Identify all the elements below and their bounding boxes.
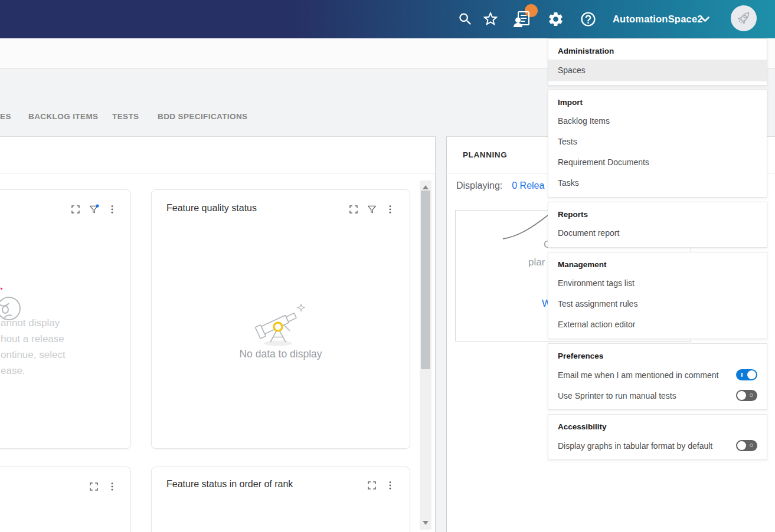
menu-section-accessibility: Accessibility Display graphs in tabular …: [548, 414, 767, 460]
menu-section-administration: Administration Spaces: [548, 38, 767, 86]
pref-row-tabular-graphs: Display graphs in tabular format by defa…: [548, 435, 767, 456]
displaying-row: Displaying: 0 Relea: [456, 180, 544, 191]
expand-icon[interactable]: [70, 204, 81, 215]
planning-text-fragment-mid: plar: [528, 257, 545, 268]
filter-icon[interactable]: [89, 204, 99, 215]
widget-partial-release-message: annot display hout a release ontinue, se…: [0, 189, 131, 449]
menu-section-header: Accessibility: [548, 415, 767, 435]
search-icon[interactable]: [457, 11, 473, 27]
toggle-knob: [737, 391, 746, 400]
menu-item-environment-tags-list[interactable]: Environment tags list: [548, 273, 767, 294]
scrollbar-thumb[interactable]: [421, 191, 430, 369]
toggle-off-mark: [750, 444, 753, 447]
toggle-use-sprinter[interactable]: [736, 390, 757, 401]
menu-section-header: Preferences: [548, 344, 767, 364]
module-tabs: ES BACKLOG ITEMS TESTS BDD SPECIFICATION…: [0, 112, 440, 125]
tab-tests[interactable]: TESTS: [112, 112, 139, 121]
tab-bdd-specifications[interactable]: BDD SPECIFICATIONS: [158, 112, 247, 121]
menu-section-import: Import Backlog Items Tests Requirement D…: [548, 90, 767, 198]
help-icon[interactable]: [580, 11, 597, 28]
toggle-email-mentions[interactable]: [736, 369, 757, 380]
releases-link[interactable]: 0 Relea: [512, 180, 544, 191]
tab-partial[interactable]: ES: [0, 112, 11, 121]
menu-section-header: Import: [548, 90, 767, 111]
curve-illustration: [502, 214, 550, 241]
widget-title: Feature quality status: [166, 203, 257, 214]
workspace-selector[interactable]: AutomationSpace2: [613, 0, 703, 38]
telescope-illustration: [248, 297, 308, 347]
kebab-menu-icon[interactable]: [107, 481, 117, 492]
settings-dropdown-menu: Administration Spaces Import Backlog Ite…: [548, 38, 767, 464]
menu-section-header: Reports: [548, 202, 767, 223]
empty-state-text: No data to display: [152, 348, 410, 360]
toggle-on-mark: [741, 373, 743, 377]
kebab-menu-icon[interactable]: [385, 480, 395, 491]
widget-title: Feature status in order of rank: [166, 479, 293, 490]
filter-icon[interactable]: [367, 204, 377, 215]
user-avatar[interactable]: [731, 5, 757, 31]
pref-label: Use Sprinter to run manual tests: [558, 391, 676, 400]
news-feed-icon[interactable]: [513, 9, 532, 28]
widget-feature-quality-status: Feature quality status No data to displa…: [151, 189, 410, 449]
expand-icon[interactable]: [89, 481, 99, 492]
scrollbar-up-arrow[interactable]: [423, 185, 429, 189]
kebab-menu-icon[interactable]: [107, 204, 117, 215]
menu-item-external-action-editor[interactable]: External action editor: [548, 314, 767, 335]
toggle-knob: [737, 441, 746, 450]
expand-icon[interactable]: [367, 480, 377, 491]
vertical-scrollbar[interactable]: [420, 180, 431, 530]
menu-item-backlog-items[interactable]: Backlog Items: [548, 111, 767, 132]
menu-section-reports: Reports Document report: [548, 202, 767, 248]
favorites-star-icon[interactable]: [482, 10, 499, 28]
menu-section-management: Management Environment tags list Test as…: [548, 252, 767, 339]
pref-label: Display graphs in tabular format by defa…: [558, 441, 712, 451]
expand-icon[interactable]: [348, 204, 359, 215]
menu-item-requirement-documents[interactable]: Requirement Documents: [548, 152, 767, 173]
app-screen: AutomationSpace2 ES BACKLOG ITEMS TESTS …: [0, 0, 775, 532]
displaying-label: Displaying:: [456, 180, 502, 191]
settings-gear-icon[interactable]: [547, 11, 564, 28]
dashboard-pane: annot display hout a release ontinue, se…: [0, 136, 436, 532]
pref-label: Email me when I am mentioned in comment: [558, 370, 718, 380]
kebab-menu-icon[interactable]: [385, 204, 395, 215]
scrollbar-down-arrow[interactable]: [423, 521, 429, 525]
menu-section-header: Administration: [548, 39, 767, 60]
rocket-avatar-icon: [734, 8, 754, 28]
menu-item-tasks[interactable]: Tasks: [548, 173, 767, 193]
pref-row-sprinter: Use Sprinter to run manual tests: [548, 385, 767, 406]
menu-item-tests[interactable]: Tests: [548, 132, 767, 152]
menu-item-spaces[interactable]: Spaces: [548, 60, 767, 81]
widget-feature-status-rank: Feature status in order of rank: [151, 467, 410, 532]
tab-backlog-items[interactable]: BACKLOG ITEMS: [28, 112, 98, 121]
menu-item-document-report[interactable]: Document report: [548, 223, 767, 244]
chevron-down-icon[interactable]: [700, 15, 710, 24]
top-navigation-bar: AutomationSpace2: [0, 0, 775, 38]
pref-row-email-mentions: Email me when I am mentioned in comment: [548, 364, 767, 385]
menu-section-header: Management: [548, 252, 767, 273]
menu-item-test-assignment-rules[interactable]: Test assignment rules: [548, 294, 767, 314]
toggle-knob: [747, 370, 756, 379]
dashboard-toolbar: [0, 137, 435, 173]
toggle-tabular-graphs[interactable]: [736, 440, 757, 451]
widget-partial-bottom: [0, 467, 131, 532]
menu-section-preferences: Preferences Email me when I am mentioned…: [548, 343, 767, 410]
filter-active-dot: [96, 204, 99, 207]
toggle-off-mark: [750, 393, 753, 397]
release-required-message: annot display hout a release ontinue, se…: [1, 315, 66, 379]
